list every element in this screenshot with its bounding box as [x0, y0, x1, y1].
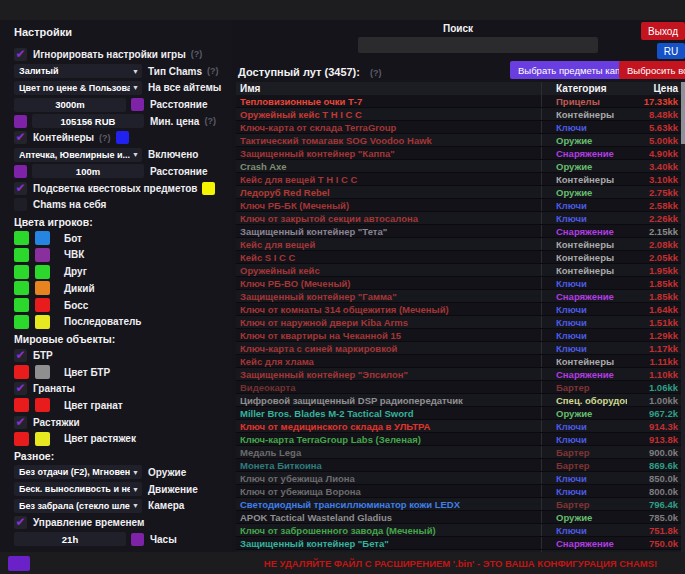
chams-config-window: Настройки ✔Игнорировать настройки игры(?… — [0, 0, 685, 574]
loot-row[interactable]: Медаль LegaБартер900.0k — [236, 446, 685, 459]
weapon-mode-select[interactable]: Без отдачи (F2), Мгновенное п▼ — [14, 465, 142, 479]
friend-color-primary-swatch[interactable] — [14, 265, 29, 279]
camera-mode-select[interactable]: Без забрала (стекло шлема)▼ — [14, 499, 142, 513]
loot-row[interactable]: Ключ от медицинского склада в УЛЬТРАКлюч… — [236, 420, 685, 433]
loot-row[interactable]: Ключ РБ-БК (Меченый)Ключи2.58kk — [236, 199, 685, 212]
follower-color-label: Последователь — [64, 316, 142, 327]
column-header-name[interactable]: Имя — [236, 82, 541, 95]
chams-type-select[interactable]: Залитый▼ — [14, 64, 142, 78]
tripwire-color-primary-swatch[interactable] — [14, 432, 29, 446]
min-price-input[interactable]: 105156 RUB — [32, 114, 144, 128]
loot-row[interactable]: Защищенный контейнер "Каппа"Снаряжение4.… — [236, 147, 685, 160]
containers-color-swatch[interactable] — [116, 131, 129, 144]
quest-items-highlight-checkbox[interactable]: ✔ — [14, 182, 27, 195]
column-header-category[interactable]: Категория — [541, 82, 627, 95]
render-distance-input[interactable]: 3000m — [14, 98, 126, 112]
loot-item-price: 796.4k — [627, 498, 685, 510]
loot-row[interactable]: Оружейный кейсКонтейнеры1.95kk — [236, 264, 685, 277]
follower-color-secondary-swatch[interactable] — [35, 315, 50, 329]
loot-item-name: Кейс для вещей — [236, 238, 541, 250]
boss-color-primary-swatch[interactable] — [14, 298, 29, 312]
loot-scrollbar-thumb[interactable] — [681, 82, 685, 144]
scav-color-secondary-swatch[interactable] — [35, 281, 50, 295]
chams-on-self-checkbox[interactable] — [14, 198, 27, 211]
setting-row-btr-color: Цвет БТР — [14, 364, 226, 381]
loot-row[interactable]: Оружейный кейс T H I C CКонтейнеры8.48kk — [236, 108, 685, 121]
all-items-mode-select[interactable]: Цвет по цене & Пользователь▼ — [14, 81, 142, 95]
loot-row[interactable]: Ключ от квартиры на Чеканной 15Ключи1.29… — [236, 329, 685, 342]
loot-row[interactable]: Защищенный контейнер "Эпсилон"Снаряжение… — [236, 368, 685, 381]
follower-color-primary-swatch[interactable] — [14, 315, 29, 329]
movement-mode-select[interactable]: Беск. выносливость и нет уста▼ — [14, 482, 142, 496]
ignore-game-settings-checkbox[interactable]: ✔ — [14, 48, 27, 61]
tripwire-color-secondary-swatch[interactable] — [35, 432, 50, 446]
grenades-checkbox[interactable]: ✔ — [14, 382, 27, 395]
loot-row[interactable]: Кейс для вещей T H I C CКонтейнеры3.10kk — [236, 173, 685, 186]
loot-row[interactable]: Ключ от закрытой секции автосалонаКлючи2… — [236, 212, 685, 225]
loot-item-name: Цифровой защищенный DSP радиопередатчик — [236, 394, 541, 406]
btr-color-primary-swatch[interactable] — [14, 365, 29, 379]
loot-row[interactable]: Защищенный контейнер "Бета"Снаряжение750… — [236, 537, 685, 550]
render-distance-color-swatch[interactable] — [131, 98, 144, 111]
tripwires-checkbox[interactable]: ✔ — [14, 416, 27, 429]
search-input[interactable] — [358, 37, 598, 53]
loot-scrollbar[interactable] — [681, 82, 685, 552]
loot-row[interactable]: Crash AxeОружие3.40kk — [236, 160, 685, 173]
loot-row[interactable]: ВидеокартаБартер1.06kk — [236, 381, 685, 394]
column-header-price[interactable]: Цена — [627, 82, 685, 95]
exit-button[interactable]: Выход — [641, 22, 685, 40]
discard-all-button[interactable]: Выбросить все — [619, 61, 685, 79]
bot-color-primary-swatch[interactable] — [14, 231, 29, 245]
loot-row[interactable]: Кейс S I C CКонтейнеры2.05kk — [236, 251, 685, 264]
pmc-color-primary-swatch[interactable] — [14, 248, 29, 262]
loot-row[interactable]: Кейс для вещейКонтейнеры2.08kk — [236, 238, 685, 251]
loot-row[interactable]: Защищенный контейнер "Тета"Снаряжение2.1… — [236, 225, 685, 238]
quest-items-highlight-color-swatch[interactable] — [202, 182, 215, 195]
bot-color-secondary-swatch[interactable] — [35, 231, 50, 245]
min-price-color-swatch[interactable] — [14, 115, 27, 128]
loot-row[interactable]: Ключ от заброшенного завода (Меченый)Клю… — [236, 524, 685, 537]
loot-row[interactable]: Светодиодный трансиллюминатор кожи LEDXБ… — [236, 498, 685, 511]
loot-row[interactable]: Кейс для хламаКонтейнеры1.11kk — [236, 355, 685, 368]
scav-color-label: Дикий — [64, 283, 95, 294]
grenade-color-secondary-swatch[interactable] — [35, 398, 50, 412]
setting-row-btr: ✔БТР — [14, 347, 226, 364]
loot-item-category: Ключи — [541, 303, 627, 315]
loot-row[interactable]: Монета БиткоинаБартер869.6k — [236, 459, 685, 472]
loot-item-category: Снаряжение — [541, 225, 627, 237]
help-icon: (?) — [204, 116, 216, 126]
setting-row-container-distance: 100mРасстояние — [14, 163, 226, 180]
btr-checkbox[interactable]: ✔ — [14, 349, 27, 362]
hours-color-swatch[interactable] — [131, 533, 144, 546]
loot-row[interactable]: Ключ-карта TerraGroup Labs (Зеленая)Ключ… — [236, 433, 685, 446]
btr-color-secondary-swatch[interactable] — [35, 365, 50, 379]
loot-row[interactable]: Тепловизионные очки Т-7Прицелы17.33kk — [236, 95, 685, 108]
container-filter-label: Включено — [148, 149, 198, 160]
loot-row[interactable]: APOK Tactical Wasteland GladiusОружие785… — [236, 511, 685, 524]
loot-row[interactable]: Ключ от убежища ВоронаКлючи800.0k — [236, 485, 685, 498]
boss-color-secondary-swatch[interactable] — [35, 298, 50, 312]
container-filter-select[interactable]: Аптечка, Ювелирные и...▼ — [14, 148, 142, 162]
loot-row[interactable]: Ключ от убежища ЛионаКлючи850.0k — [236, 472, 685, 485]
loot-row[interactable]: Ключ-карта с синей маркировкойКлючи1.17k… — [236, 342, 685, 355]
grenade-color-primary-swatch[interactable] — [14, 398, 29, 412]
loot-row[interactable]: Защищенный контейнер "Гамма"Снаряжение1.… — [236, 290, 685, 303]
loot-row[interactable]: Miller Bros. Blades M-2 Tactical SwordОр… — [236, 407, 685, 420]
language-button[interactable]: RU — [657, 43, 685, 59]
hours-input[interactable]: 21h — [14, 532, 126, 546]
loot-row[interactable]: Ледоруб Red RebelОружие2.75kk — [236, 186, 685, 199]
scav-color-primary-swatch[interactable] — [14, 281, 29, 295]
container-distance-color-swatch[interactable] — [14, 165, 27, 178]
loot-row[interactable]: Ключ РБ-ВО (Меченый)Ключи1.85kk — [236, 277, 685, 290]
pmc-color-secondary-swatch[interactable] — [35, 248, 50, 262]
loot-row[interactable]: Ключ от комнаты 314 общежития (Меченый)К… — [236, 303, 685, 316]
loot-row[interactable]: Ключ-карта от склада TerraGroupКлючи5.63… — [236, 121, 685, 134]
containers-checkbox[interactable]: ✔ — [14, 131, 27, 144]
container-distance-input[interactable]: 100m — [32, 164, 144, 178]
loot-row[interactable]: Ключ от наружной двери Kiba ArmsКлючи1.5… — [236, 316, 685, 329]
time-control-checkbox[interactable]: ✔ — [14, 516, 27, 529]
loot-row[interactable]: Тактический томагавк SOG Voodoo HawkОруж… — [236, 134, 685, 147]
loot-item-category: Ключи — [541, 472, 627, 484]
friend-color-secondary-swatch[interactable] — [35, 265, 50, 279]
loot-row[interactable]: Цифровой защищенный DSP радиопередатчикС… — [236, 394, 685, 407]
